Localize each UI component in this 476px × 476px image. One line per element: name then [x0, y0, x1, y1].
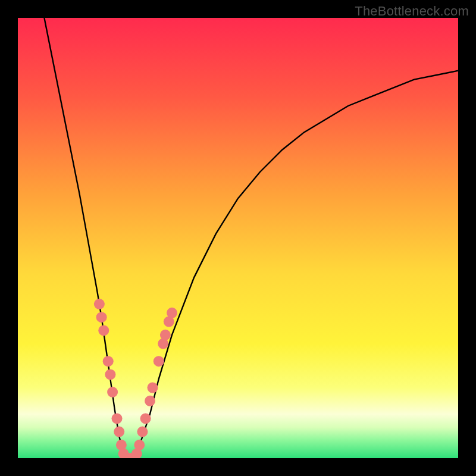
plot-area — [18, 18, 458, 458]
marker-dot — [94, 299, 105, 309]
marker-dot — [134, 440, 145, 450]
marker-dot — [103, 356, 114, 367]
highlight-markers — [94, 299, 177, 458]
marker-dot — [145, 396, 155, 406]
marker-dot — [107, 387, 118, 397]
marker-dot — [167, 308, 177, 318]
marker-dot — [147, 383, 158, 393]
marker-dot — [140, 413, 151, 424]
marker-dot — [105, 369, 115, 380]
marker-dot — [114, 427, 124, 437]
marker-dot — [160, 330, 171, 340]
curve-layer — [18, 18, 458, 458]
marker-dot — [154, 356, 164, 367]
chart-frame: TheBottleneck.com — [0, 0, 476, 476]
bottleneck-curve — [44, 18, 458, 458]
marker-dot — [137, 427, 148, 437]
marker-dot — [96, 312, 107, 322]
marker-dot — [112, 413, 123, 424]
watermark-text: TheBottleneck.com — [355, 4, 469, 19]
marker-dot — [98, 325, 109, 336]
